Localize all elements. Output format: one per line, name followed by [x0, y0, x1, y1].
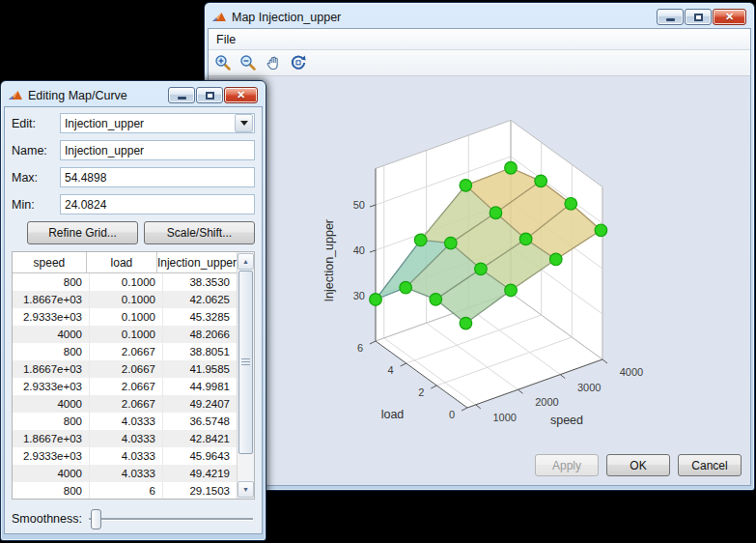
- column-header-injection-upper[interactable]: Injection_upper: [157, 252, 237, 272]
- table-cell[interactable]: 42.0625: [163, 291, 237, 308]
- map-window-titlebar[interactable]: Map Injection_upper ✕: [208, 6, 751, 28]
- table-cell[interactable]: 29.1503: [163, 482, 237, 499]
- surface-data-point[interactable]: [400, 281, 412, 294]
- table-row[interactable]: 1.8667e+030.100042.0625: [13, 291, 237, 308]
- table-cell[interactable]: 49.4219: [163, 465, 237, 482]
- table-row[interactable]: 1.8667e+034.033342.8421: [13, 430, 237, 447]
- surface-data-point[interactable]: [445, 237, 458, 249]
- rotate-3d-icon[interactable]: [289, 53, 308, 72]
- restore-button[interactable]: [196, 87, 223, 103]
- close-button[interactable]: ✕: [224, 87, 258, 103]
- menu-file[interactable]: File: [209, 31, 243, 48]
- table-cell[interactable]: 800: [13, 413, 90, 430]
- table-cell[interactable]: 45.3285: [163, 308, 237, 326]
- ok-button[interactable]: OK: [606, 454, 670, 476]
- scroll-up-icon[interactable]: ▲: [238, 253, 254, 270]
- table-cell[interactable]: 48.2066: [163, 326, 237, 343]
- surface-data-point[interactable]: [535, 175, 547, 187]
- minimize-button[interactable]: [168, 87, 195, 103]
- cancel-button[interactable]: Cancel: [678, 454, 742, 476]
- table-row[interactable]: 8000.100038.3530: [13, 273, 237, 291]
- surface-data-point[interactable]: [475, 263, 488, 275]
- table-cell[interactable]: 0.1000: [90, 326, 163, 343]
- surface-data-point[interactable]: [460, 317, 472, 329]
- pan-hand-icon[interactable]: [264, 53, 283, 72]
- restore-button[interactable]: [685, 9, 712, 25]
- table-cell[interactable]: 4000: [13, 395, 90, 413]
- surface-plot[interactable]: 10002000300040000246304050speedloadInjec…: [209, 76, 753, 463]
- table-cell[interactable]: 0.1000: [90, 291, 163, 308]
- table-cell[interactable]: 4000: [13, 326, 90, 343]
- min-input[interactable]: [60, 194, 255, 214]
- smoothness-slider[interactable]: [89, 508, 255, 529]
- table-cell[interactable]: 0.1000: [90, 308, 163, 326]
- name-input[interactable]: [60, 140, 255, 160]
- table-cell[interactable]: 4.0333: [90, 447, 163, 465]
- scroll-down-icon[interactable]: ▼: [238, 481, 254, 498]
- table-cell[interactable]: 1.8667e+03: [13, 430, 90, 447]
- table-cell[interactable]: 800: [13, 273, 90, 291]
- table-row[interactable]: 2.9333e+030.100045.3285: [13, 308, 237, 326]
- surface-data-point[interactable]: [565, 198, 577, 211]
- scale-shift-button[interactable]: Scale/Shift...: [144, 221, 255, 244]
- table-cell[interactable]: 45.9643: [163, 447, 237, 465]
- table-scrollbar[interactable]: ▲ ▼: [237, 252, 254, 499]
- table-row[interactable]: 1.8667e+032.066741.9585: [13, 360, 237, 378]
- table-cell[interactable]: 2.9333e+03: [13, 378, 90, 395]
- surface-data-point[interactable]: [370, 294, 382, 306]
- zoom-in-icon[interactable]: [213, 53, 233, 72]
- table-cell[interactable]: 38.8051: [163, 343, 237, 360]
- table-cell[interactable]: 6: [90, 482, 163, 499]
- table-row[interactable]: 2.9333e+034.033345.9643: [13, 447, 237, 465]
- table-row[interactable]: 40002.066749.2407: [13, 395, 237, 413]
- table-cell[interactable]: 4.0333: [90, 413, 163, 430]
- table-cell[interactable]: 41.9585: [163, 360, 237, 378]
- slider-thumb[interactable]: [91, 509, 101, 529]
- table-row[interactable]: 40000.100048.2066: [13, 326, 237, 343]
- close-button[interactable]: ✕: [713, 9, 746, 25]
- table-cell[interactable]: 1.8667e+03: [13, 360, 90, 378]
- table-cell[interactable]: 36.5748: [163, 413, 237, 430]
- table-cell[interactable]: 2.9333e+03: [13, 447, 90, 465]
- surface-data-point[interactable]: [595, 224, 607, 237]
- table-row[interactable]: 8002.066738.8051: [13, 343, 237, 360]
- table-cell[interactable]: 1.8667e+03: [13, 291, 90, 308]
- surface-data-point[interactable]: [414, 234, 427, 246]
- edit-combo[interactable]: Injection_upper: [60, 113, 255, 133]
- table-cell[interactable]: 2.0667: [90, 395, 163, 413]
- table-cell[interactable]: 4000: [13, 465, 90, 482]
- table-cell[interactable]: 4.0333: [90, 465, 163, 482]
- table-cell[interactable]: 2.0667: [90, 378, 163, 395]
- surface-data-point[interactable]: [460, 180, 472, 192]
- table-row[interactable]: 40004.033349.4219: [13, 465, 237, 482]
- refine-grid-button[interactable]: Refine Grid...: [27, 221, 138, 244]
- column-header-speed[interactable]: speed: [13, 252, 87, 272]
- scrollbar-thumb[interactable]: [238, 271, 253, 454]
- table-cell[interactable]: 38.3530: [163, 273, 237, 291]
- zoom-out-icon[interactable]: [238, 53, 258, 72]
- table-cell[interactable]: 49.2407: [163, 395, 237, 413]
- table-cell[interactable]: 2.0667: [90, 343, 163, 360]
- table-cell[interactable]: 800: [13, 343, 90, 360]
- table-row[interactable]: 800629.1503: [13, 482, 237, 499]
- table-cell[interactable]: 2.0667: [90, 360, 163, 378]
- table-row[interactable]: 2.9333e+032.066744.9981: [13, 378, 237, 395]
- surface-data-point[interactable]: [490, 207, 502, 219]
- surface-data-point[interactable]: [549, 253, 562, 266]
- surface-data-point[interactable]: [430, 294, 442, 306]
- table-cell[interactable]: 42.8421: [163, 430, 237, 447]
- surface-data-point[interactable]: [505, 161, 518, 174]
- surface-data-point[interactable]: [505, 284, 518, 297]
- column-header-load[interactable]: load: [87, 252, 157, 272]
- table-cell[interactable]: 44.9981: [163, 378, 237, 395]
- table-row[interactable]: 8004.033336.5748: [13, 413, 237, 430]
- table-cell[interactable]: 4.0333: [90, 430, 163, 447]
- table-cell[interactable]: 2.9333e+03: [13, 308, 90, 326]
- table-cell[interactable]: 0.1000: [90, 273, 163, 291]
- combo-dropdown-button[interactable]: [235, 114, 253, 132]
- apply-button[interactable]: Apply: [535, 454, 599, 476]
- surface-data-point[interactable]: [519, 233, 532, 245]
- minimize-button[interactable]: [657, 9, 684, 25]
- table-cell[interactable]: 800: [13, 482, 90, 499]
- edit-dialog-titlebar[interactable]: Editing Map/Curve ✕: [4, 84, 263, 106]
